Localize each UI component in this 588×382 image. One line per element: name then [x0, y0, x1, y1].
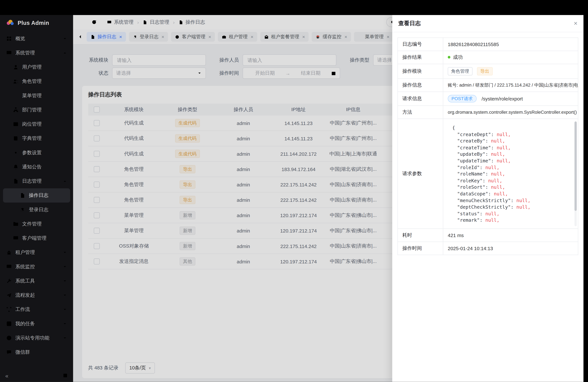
screen: Plus Admin 概览 系统管理 用户管理: [0, 0, 588, 382]
result-text: 成功: [453, 54, 463, 60]
detail-label: 请求信息: [398, 92, 443, 106]
detail-row-duration: 耗时 421 ms: [398, 229, 578, 242]
window-top-strip: [0, 0, 588, 15]
detail-value-duration: 421 ms: [443, 229, 578, 242]
success-dot-icon: [448, 56, 450, 59]
drawer-title: 查看日志: [398, 20, 421, 27]
detail-row-module: 操作模块 角色管理 导出: [398, 64, 578, 79]
request-url: /system/role/export: [482, 96, 523, 102]
post-method-tag: POST请求: [448, 95, 476, 103]
detail-label: 日志编号: [398, 38, 443, 51]
log-detail-table: 日志编号 1882612840802115585 操作结果 成功 操作模块 角色…: [398, 38, 578, 255]
oper-type-tag: 导出: [477, 67, 493, 75]
app-window: Plus Admin 概览 系统管理 用户管理: [0, 15, 583, 382]
detail-row-time: 操作时间 2025-01-24 10:14:13: [398, 242, 578, 255]
detail-label: 操作结果: [398, 51, 443, 64]
detail-value-result: 成功: [443, 51, 578, 64]
view-log-drawer: 查看日志 × 日志编号 1882612840802115585 操作结果 成功 …: [392, 15, 584, 382]
detail-value-params: {"createDept": null,"createBy": null,"cr…: [443, 119, 578, 229]
detail-value-module: 角色管理 导出: [443, 64, 578, 79]
module-tag: 角色管理: [448, 67, 473, 75]
detail-label: 请求参数: [398, 119, 443, 229]
detail-row-info: 操作信息 账号: admin / 研发部门 / 222.175.114.242 …: [398, 79, 578, 92]
scrollbar-thumb[interactable]: [574, 122, 577, 211]
window-right-strip: [583, 0, 588, 382]
detail-value-log-id: 1882612840802115585: [443, 38, 578, 51]
detail-value-time: 2025-01-24 10:14:13: [443, 242, 578, 255]
drawer-header: 查看日志 ×: [392, 15, 584, 32]
params-code: {"createDept": null,"createBy": null,"cr…: [448, 122, 573, 226]
detail-label: 操作信息: [398, 79, 443, 92]
detail-value-request: POST请求 /system/role/export: [443, 92, 578, 106]
detail-row-request: 请求信息 POST请求 /system/role/export: [398, 92, 578, 106]
detail-row-log-id: 日志编号 1882612840802115585: [398, 38, 578, 51]
detail-label: 耗时: [398, 229, 443, 242]
detail-label: 操作模块: [398, 64, 443, 79]
detail-label: 方法: [398, 106, 443, 119]
detail-row-method: 方法 org.dromara.system.controller.system.…: [398, 106, 578, 119]
close-icon[interactable]: ×: [574, 20, 578, 27]
detail-value-info: 账号: admin / 研发部门 / 222.175.114.242 / 中国|…: [443, 79, 578, 92]
detail-row-result: 操作结果 成功: [398, 51, 578, 64]
detail-row-params: 请求参数 {"createDept": null,"createBy": nul…: [398, 119, 578, 229]
detail-label: 操作时间: [398, 242, 443, 255]
detail-value-method: org.dromara.system.controller.system.Sys…: [443, 106, 578, 119]
drawer-body: 日志编号 1882612840802115585 操作结果 成功 操作模块 角色…: [392, 32, 584, 260]
